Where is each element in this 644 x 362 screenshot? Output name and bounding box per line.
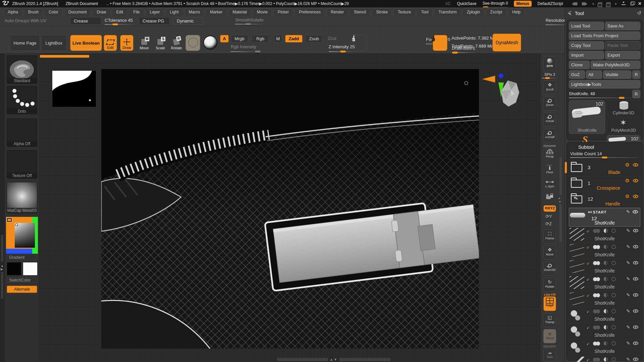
minimize-button[interactable] <box>622 2 626 5</box>
restore-button[interactable] <box>630 2 634 5</box>
alpha-thumbnail[interactable]: Alpha Off <box>7 118 37 147</box>
zoom3d-button[interactable]: Zoom3D <box>543 261 556 276</box>
menus-button[interactable]: Menus <box>514 1 531 7</box>
paint-icon[interactable]: ✎ <box>626 276 630 282</box>
z-intensity-slider[interactable]: Z Intensity 25 <box>329 44 357 52</box>
menu-brush[interactable]: Brush <box>24 8 43 15</box>
close-button[interactable]: × <box>638 2 641 6</box>
ctolerance-slider[interactable]: CTolerance 45 <box>105 18 134 25</box>
extract-arrow-icon[interactable]: ↙ <box>586 229 590 233</box>
divider-slider-right-icon[interactable]: ▸ <box>582 2 588 5</box>
document-area[interactable]: ▲▼ <box>39 54 541 362</box>
zsub-toggle[interactable]: Zsub <box>305 35 323 43</box>
menu-preferences[interactable]: Preferences <box>294 8 325 15</box>
goz-button[interactable]: GoZ <box>569 70 585 79</box>
boolean-sub-icon[interactable] <box>604 293 608 297</box>
camera-lock-button[interactable] <box>543 192 556 204</box>
boolean-add-icon[interactable] <box>593 261 600 265</box>
alternate-button[interactable]: Alternate <box>7 286 37 293</box>
texture-thumbnail[interactable]: Texture Off <box>7 150 37 179</box>
import-button[interactable]: Import <box>569 51 604 59</box>
rgb-toggle[interactable]: Rgb <box>252 35 269 43</box>
material-sphere[interactable] <box>203 36 217 50</box>
eye-icon[interactable] <box>633 342 638 345</box>
brush-preview[interactable] <box>185 35 200 51</box>
camera-nav-head[interactable] <box>482 70 532 111</box>
menu-help[interactable]: Help <box>508 8 525 15</box>
crease-pg-button[interactable]: Crease PG <box>139 17 170 25</box>
eye-icon[interactable] <box>633 325 638 329</box>
default-zscript-button[interactable]: DefaultZScript <box>538 1 563 6</box>
extract-arrow-icon[interactable]: ↙ <box>586 261 590 265</box>
extract-arrow-icon[interactable]: ↙ <box>586 277 590 282</box>
load-tool-button[interactable]: Load Tool <box>569 22 604 30</box>
ghost-button[interactable]: ⌀ Ghost <box>543 329 556 343</box>
actual-button[interactable]: Actual <box>543 113 556 127</box>
menu-material[interactable]: Material <box>228 8 251 15</box>
m-toggle[interactable]: M <box>274 35 282 43</box>
rotate-z-icon[interactable]: ⟳Z <box>545 221 552 226</box>
rgb-intensity-slider[interactable]: Rgb Intensity <box>231 44 258 52</box>
boolean-add-icon[interactable] <box>593 342 600 346</box>
dynamic-button[interactable]: Dynamic <box>173 17 203 25</box>
window-stack-icon[interactable] <box>598 2 602 5</box>
subtool-folder-handle[interactable]: ✎ 12 ⚙ Handle <box>569 192 640 208</box>
paint-icon[interactable]: ✎ <box>626 209 630 214</box>
subtool-item[interactable]: ↙ ✎ ShotKnife <box>569 323 640 339</box>
lightbox-tools-button[interactable]: Lightbox▶Tools <box>569 80 640 88</box>
menu-movie[interactable]: Movie <box>253 8 272 15</box>
boolean-sub-icon[interactable] <box>604 357 608 362</box>
boolean-intersect-icon[interactable] <box>611 325 616 329</box>
crease-button[interactable]: Crease <box>70 17 102 25</box>
boolean-add-icon[interactable] <box>593 229 600 233</box>
paint-icon[interactable]: ✎ <box>626 228 630 233</box>
quicksave-button[interactable]: QuickSave <box>457 1 476 6</box>
color-picker[interactable] <box>6 217 38 254</box>
subtool-item[interactable]: ↙ ✎ ShotKnife <box>569 243 640 259</box>
subtool-item[interactable]: ↙ ✎ ShotKnife <box>569 227 640 243</box>
menu-draw[interactable]: Draw <box>92 8 110 15</box>
menu-alpha[interactable]: Alpha <box>3 8 22 15</box>
menu-texture[interactable]: Texture <box>393 8 415 15</box>
eye-icon[interactable] <box>633 179 638 182</box>
visible-count-slider[interactable]: Visible Count 14 <box>570 151 639 158</box>
bpr-button[interactable]: BPR <box>543 56 556 71</box>
eye-icon[interactable] <box>633 245 638 248</box>
viewport-3d-render[interactable] <box>101 69 479 349</box>
eye-icon[interactable] <box>633 229 638 232</box>
stroke-thumbnail[interactable]: Dots <box>7 86 37 114</box>
edit-button[interactable]: Edit <box>104 35 117 51</box>
menu-file[interactable]: File <box>129 8 144 15</box>
gear-icon[interactable]: ⚙ <box>625 193 630 199</box>
draw-button[interactable]: Draw <box>120 35 133 51</box>
menu-edit[interactable]: Edit <box>112 8 127 15</box>
menu-stencil[interactable]: Stencil <box>350 8 370 15</box>
persp-button[interactable]: Persp <box>543 148 556 161</box>
eye-icon[interactable] <box>633 293 638 297</box>
boolean-intersect-icon[interactable] <box>611 245 616 249</box>
transp-button[interactable]: ◱ Transp <box>543 313 556 327</box>
menu-light[interactable]: Light <box>166 8 183 15</box>
zoom-button[interactable]: Zoom <box>543 97 556 111</box>
subtool-item[interactable]: ↙ ✎ ShotKnife <box>569 355 640 362</box>
extract-arrow-icon[interactable]: ↙ <box>586 293 590 298</box>
lightbox-button[interactable]: LightBox <box>41 35 67 51</box>
boolean-sub-icon[interactable] <box>604 309 608 313</box>
zadd-toggle[interactable]: Zadd <box>285 35 303 43</box>
see-through-slider[interactable]: See-through 0 <box>482 1 508 7</box>
extract-arrow-icon[interactable]: ↙ <box>586 245 590 249</box>
polyf-button[interactable]: PolyF <box>543 296 556 311</box>
dynamic-d-button[interactable]: D <box>433 35 447 51</box>
boolean-add-icon[interactable] <box>593 325 600 329</box>
live-boolean-button[interactable]: Live Boolean <box>70 35 102 51</box>
xyz-button[interactable]: ⟲XYZ <box>543 205 556 212</box>
solo-button[interactable]: ☁ Solo <box>543 348 556 361</box>
left-divider-scroll[interactable] <box>1 235 3 261</box>
subtool-item[interactable]: ↙ ✎ ShotKnife <box>569 259 640 275</box>
save-as-button[interactable]: Save As <box>605 22 640 30</box>
palette-pointer-icon[interactable]: ⮘ <box>568 10 571 16</box>
gear-icon[interactable]: ⚙ <box>625 178 630 184</box>
a-toggle[interactable]: A <box>220 35 229 43</box>
paint-icon[interactable]: ✎ <box>626 308 630 314</box>
scale-button[interactable]: S Scale <box>154 35 167 51</box>
